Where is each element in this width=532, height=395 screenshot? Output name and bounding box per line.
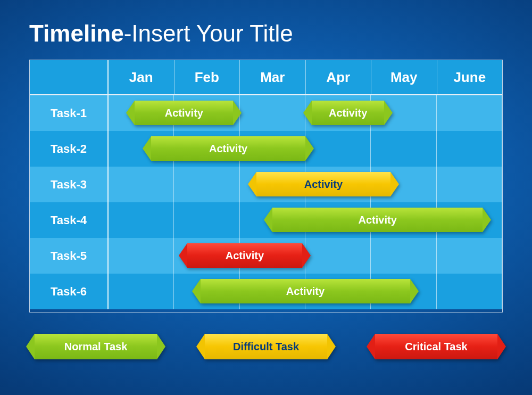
task-label: Task-2 — [30, 131, 109, 167]
cell — [174, 202, 239, 238]
cell — [437, 95, 502, 131]
cell — [305, 167, 371, 202]
cell — [437, 131, 502, 167]
task-label: Task-4 — [30, 202, 109, 238]
cell — [109, 95, 174, 131]
task-cols: Activity — [109, 202, 502, 238]
task-label: Task-5 — [30, 238, 109, 274]
month-header-june: June — [437, 60, 503, 94]
cell — [371, 131, 436, 167]
cell — [240, 167, 305, 202]
cell — [371, 274, 436, 309]
task-label: Task-3 — [30, 167, 109, 202]
cell — [109, 238, 174, 274]
cell — [305, 202, 371, 238]
month-header-cols: JanFebMarAprMayJune — [109, 60, 502, 94]
task-cols: Activity — [109, 238, 502, 274]
cell — [437, 202, 502, 238]
cell — [174, 167, 239, 202]
title-rest: -Insert Your Title — [124, 20, 293, 46]
cell — [305, 131, 371, 167]
bar-cap-left-icon — [26, 334, 35, 359]
cell — [240, 131, 305, 167]
cell — [174, 274, 239, 309]
bar-cap-right-icon — [327, 334, 336, 359]
task-cols: Activity — [109, 167, 502, 202]
bar-cap-right-icon — [497, 334, 506, 359]
task-cols: Activity — [109, 131, 502, 167]
legend-item-red: Critical Task — [375, 334, 497, 359]
legend-label: Normal Task — [35, 334, 157, 359]
cell — [109, 274, 174, 309]
bar-cap-left-icon — [196, 334, 205, 359]
month-header-feb: Feb — [174, 60, 240, 94]
cell — [371, 202, 436, 238]
month-header-may: May — [371, 60, 437, 94]
cell — [437, 167, 502, 202]
task-row: Task-4Activity — [30, 202, 502, 238]
month-header-apr: Apr — [306, 60, 372, 94]
task-label: Task-6 — [30, 274, 109, 309]
task-row: Task-6Activity — [30, 274, 502, 309]
cell — [174, 95, 239, 131]
month-header-mar: Mar — [240, 60, 306, 94]
cell — [109, 202, 174, 238]
cell — [437, 274, 502, 309]
legend-label: Critical Task — [375, 334, 497, 359]
cell — [174, 238, 239, 274]
task-row: Task-5Activity — [30, 238, 502, 274]
legend-item-yellow: Difficult Task — [205, 334, 327, 359]
legend-item-green: Normal Task — [35, 334, 157, 359]
task-row: Task-3Activity — [30, 167, 502, 202]
task-row: Task-2Activity — [30, 131, 502, 167]
cell — [437, 238, 502, 274]
task-cols: Activity — [109, 274, 502, 309]
cell — [240, 202, 305, 238]
cell — [305, 238, 371, 274]
task-row: Task-1ActivityActivity — [30, 95, 502, 131]
month-header-jan: Jan — [109, 60, 174, 94]
cell — [240, 238, 305, 274]
page-title: Timeline-Insert Your Title — [29, 20, 503, 47]
month-header-row: JanFebMarAprMayJune — [30, 60, 502, 95]
gantt-chart: JanFebMarAprMayJune Task-1ActivityActivi… — [29, 60, 503, 312]
cell — [240, 95, 305, 131]
bar-cap-left-icon — [367, 334, 375, 359]
cell — [240, 274, 305, 309]
cell — [109, 131, 174, 167]
cell — [371, 95, 436, 131]
legend: Normal TaskDifficult TaskCritical Task — [29, 334, 503, 359]
cell — [371, 238, 436, 274]
bar-cap-right-icon — [157, 334, 165, 359]
title-bold: Timeline — [29, 20, 124, 46]
header-spacer — [30, 60, 109, 94]
cell — [305, 95, 371, 131]
cell — [371, 167, 436, 202]
task-label: Task-1 — [30, 95, 109, 131]
cell — [174, 131, 239, 167]
legend-label: Difficult Task — [205, 334, 327, 359]
task-cols: ActivityActivity — [109, 95, 502, 131]
cell — [109, 167, 174, 202]
cell — [305, 274, 371, 309]
